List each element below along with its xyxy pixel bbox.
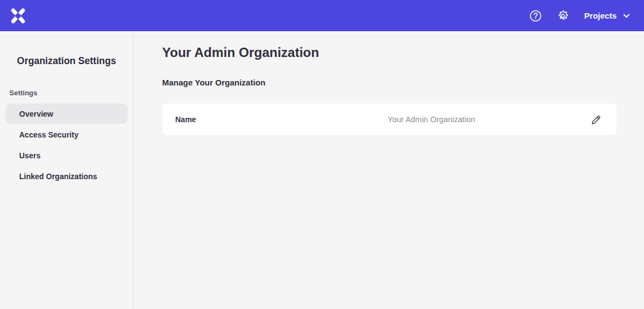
projects-label: Projects [584, 11, 617, 20]
page-title: Your Admin Organization [162, 45, 617, 60]
sidebar-item-access-security[interactable]: Access Security [5, 124, 128, 145]
projects-dropdown[interactable]: Projects [584, 11, 630, 20]
brand-x-logo[interactable] [10, 8, 26, 24]
section-title: Manage Your Organization [162, 78, 617, 87]
gear-icon[interactable] [557, 10, 569, 22]
name-field-value: Your Admin Organization [274, 115, 589, 124]
sidebar-item-linked-organizations[interactable]: Linked Organizations [5, 166, 128, 186]
sidebar: Organization Settings Settings Overview … [0, 31, 134, 309]
sidebar-nav: Overview Access Security Users Linked Or… [0, 104, 133, 186]
pencil-icon [590, 113, 602, 125]
name-field-label: Name [175, 115, 274, 124]
sidebar-section-label: Settings [0, 89, 133, 104]
main-content: Your Admin Organization Manage Your Orga… [134, 31, 644, 309]
sidebar-title: Organization Settings [0, 55, 133, 67]
topbar: Projects [0, 0, 644, 31]
sidebar-item-overview[interactable]: Overview [5, 104, 128, 124]
help-circle-icon[interactable] [530, 10, 542, 22]
name-field-card: Name Your Admin Organization [162, 104, 617, 135]
sidebar-item-users[interactable]: Users [5, 145, 128, 165]
chevron-down-icon [623, 14, 630, 18]
edit-name-button[interactable] [589, 112, 603, 127]
